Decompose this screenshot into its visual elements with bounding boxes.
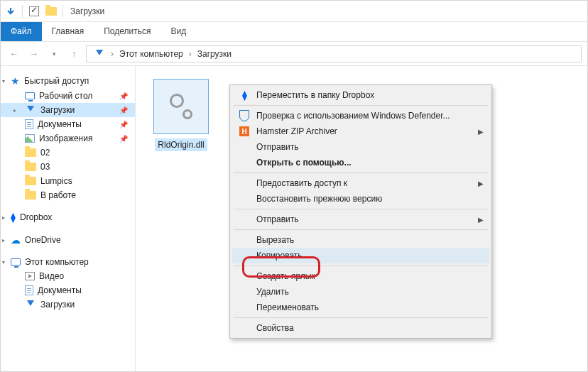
pc-icon <box>11 258 21 266</box>
tab-file[interactable]: Файл <box>1 22 42 41</box>
ctx-send-to[interactable]: Отправить▶ <box>232 212 489 227</box>
sidebar-pictures[interactable]: Изображения📌 <box>1 131 135 146</box>
sidebar-video[interactable]: Видео <box>1 269 135 283</box>
sidebar-lumpics[interactable]: Lumpics <box>1 174 135 188</box>
ctx-open-with[interactable]: Открыть с помощью... <box>232 155 489 170</box>
ctx-label: Отправить <box>256 214 299 224</box>
sidebar-item-label: Загрузки <box>40 300 75 310</box>
dropbox-icon: ⧫ <box>11 212 16 223</box>
sidebar-dropbox[interactable]: ▸⧫Dropbox <box>1 209 135 225</box>
sidebar-downloads[interactable]: ▸Загрузки📌 <box>1 103 135 117</box>
ctx-label: Создать ярлык <box>256 271 315 281</box>
address-bar: ← → ▾ ↑ › Этот компьютер › Загрузки <box>1 42 587 66</box>
sidebar-onedrive[interactable]: ▸☁OneDrive <box>1 232 135 248</box>
context-menu: ⧫Переместить в папку Dropbox Проверка с … <box>229 84 492 339</box>
pin-icon: 📌 <box>119 135 128 143</box>
file-item[interactable]: RldOrigin.dll <box>148 79 214 151</box>
context-separator <box>234 266 488 266</box>
tab-share[interactable]: Поделиться <box>94 22 160 41</box>
chevron-right-icon: › <box>189 49 192 59</box>
chevron-right-icon: › <box>111 49 114 59</box>
sidebar-item-label: OneDrive <box>25 235 61 245</box>
sidebar-documents2[interactable]: Документы <box>1 283 135 297</box>
ctx-label: Копировать <box>256 251 303 261</box>
sidebar-item-label: Документы <box>38 119 82 129</box>
sidebar-item-label: 02 <box>40 148 50 158</box>
sidebar-item-label: Изображения <box>39 133 92 143</box>
onedrive-icon: ☁ <box>11 234 21 246</box>
star-icon: ★ <box>11 75 20 87</box>
downloads-icon <box>25 300 36 309</box>
nav-back-icon[interactable]: ← <box>6 46 22 62</box>
sidebar-item-label: Загрузки <box>40 105 75 115</box>
sidebar-item-label: Видео <box>39 271 64 281</box>
sidebar-item-label: Этот компьютер <box>25 257 89 267</box>
folder-icon <box>25 163 36 171</box>
breadcrumb-current[interactable]: Загрузки <box>193 49 236 59</box>
desktop-icon <box>25 92 35 99</box>
tab-home[interactable]: Главная <box>42 22 94 41</box>
ctx-grant-access[interactable]: Предоставить доступ к▶ <box>232 175 489 191</box>
sidebar-downloads2[interactable]: Загрузки <box>1 297 135 312</box>
nav-forward-icon[interactable]: → <box>26 46 42 62</box>
shield-icon <box>238 109 251 122</box>
sidebar-quick-access[interactable]: ▾★Быстрый доступ <box>1 73 135 89</box>
sidebar-inwork[interactable]: В работе <box>1 188 135 202</box>
submenu-arrow-icon: ▶ <box>478 180 484 187</box>
context-separator <box>234 105 488 106</box>
ctx-copy[interactable]: Копировать <box>232 248 489 263</box>
sidebar-item-label: Быстрый доступ <box>24 76 89 86</box>
sidebar-item-label: В работе <box>40 190 76 200</box>
folder-icon <box>25 177 36 185</box>
ctx-cut[interactable]: Вырезать <box>232 232 489 248</box>
pin-icon: 📌 <box>119 106 128 114</box>
ctx-defender-scan[interactable]: Проверка с использованием Windows Defend… <box>232 108 489 124</box>
context-separator <box>234 229 488 230</box>
navigation-tree[interactable]: ▾★Быстрый доступ Рабочий стол📌 ▸Загрузки… <box>1 66 136 371</box>
ctx-label: Предоставить доступ к <box>256 178 347 188</box>
sidebar-item-label: Документы <box>38 285 82 295</box>
qat-properties-icon[interactable] <box>27 4 41 18</box>
ctx-label: Hamster ZIP Archiver <box>256 126 337 136</box>
ctx-label: Открыть с помощью... <box>256 158 352 168</box>
breadcrumb-pc-icon[interactable] <box>89 50 109 58</box>
document-icon <box>25 119 33 129</box>
nav-recent-icon[interactable]: ▾ <box>46 46 62 62</box>
sidebar-folder-03[interactable]: 03 <box>1 160 135 174</box>
tab-view[interactable]: Вид <box>160 22 196 41</box>
ribbon: Файл Главная Поделиться Вид <box>1 22 587 42</box>
sidebar-desktop[interactable]: Рабочий стол📌 <box>1 89 135 103</box>
titlebar: Загрузки <box>1 1 587 22</box>
sidebar-item-label: Lumpics <box>40 176 72 186</box>
ctx-hamster-zip[interactable]: HHamster ZIP Archiver▶ <box>232 124 489 139</box>
context-separator <box>234 209 488 209</box>
folder-icon <box>25 191 36 199</box>
qat-folder-icon[interactable] <box>44 4 58 18</box>
ctx-label: Свойства <box>256 323 294 333</box>
window-title: Загрузки <box>70 6 104 16</box>
breadcrumb-root[interactable]: Этот компьютер <box>115 49 187 59</box>
downloads-icon <box>25 106 36 114</box>
nav-up-icon[interactable]: ↑ <box>66 46 82 62</box>
breadcrumb[interactable]: › Этот компьютер › Загрузки <box>86 45 582 62</box>
context-separator <box>234 317 488 318</box>
ctx-label: Отправить <box>256 142 299 152</box>
ctx-delete[interactable]: Удалить <box>232 284 489 300</box>
ctx-create-shortcut[interactable]: Создать ярлык <box>232 268 489 284</box>
file-name[interactable]: RldOrigin.dll <box>155 138 207 151</box>
ctx-send-1[interactable]: Отправить <box>232 139 489 155</box>
ctx-rename[interactable]: Переименовать <box>232 300 489 315</box>
sidebar-documents[interactable]: Документы📌 <box>1 117 135 131</box>
sidebar-folder-02[interactable]: 02 <box>1 146 135 160</box>
sidebar-thispc[interactable]: ▾Этот компьютер <box>1 255 135 269</box>
ctx-label: Переименовать <box>256 302 319 312</box>
hamster-icon: H <box>238 125 251 138</box>
qat-down-arrow-icon[interactable] <box>4 4 18 18</box>
ctx-properties[interactable]: Свойства <box>232 320 489 336</box>
sidebar-item-label: Dropbox <box>20 212 52 222</box>
file-thumbnail <box>153 79 209 134</box>
ctx-restore-previous[interactable]: Восстановить прежнюю версию <box>232 191 489 207</box>
document-icon <box>25 285 33 295</box>
dll-gears-icon <box>167 94 195 119</box>
ctx-move-dropbox[interactable]: ⧫Переместить в папку Dropbox <box>232 87 489 103</box>
